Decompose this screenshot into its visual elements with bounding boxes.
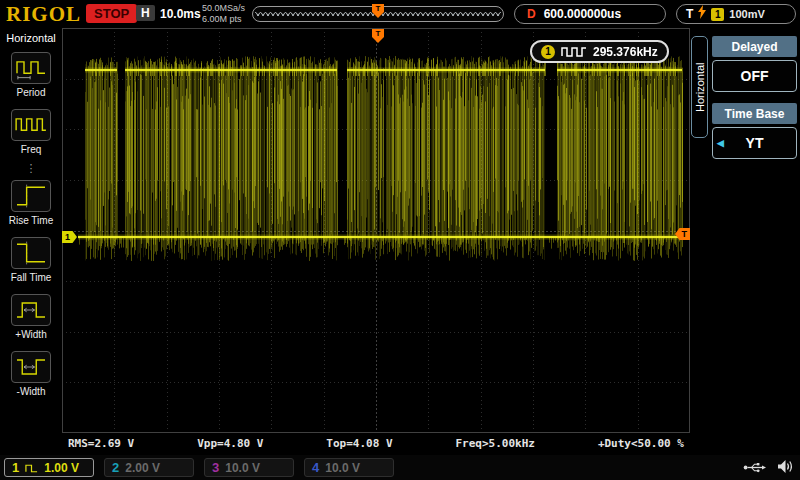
menu-item-label: Rise Time — [9, 215, 53, 226]
oscilloscope-screen: RIGOL STOP H 10.0ms 50.0MSa/s 6.00M pts … — [0, 0, 800, 480]
menu-item-label: +Width — [15, 329, 46, 340]
status-icons — [743, 459, 794, 478]
channel3-number: 3 — [212, 460, 219, 475]
channel2-scale: 2.00 V — [125, 461, 160, 475]
channel2-number: 2 — [112, 460, 119, 475]
delayed-button[interactable]: Delayed OFF — [712, 36, 797, 92]
menu-item-rise-time[interactable]: Rise Time — [9, 180, 53, 226]
menu-item-neg-width[interactable]: -Width — [11, 351, 51, 397]
channel4-box[interactable]: 4 10.0 V — [304, 458, 394, 477]
time-base-value: ◀ YT — [712, 127, 797, 159]
menu-item-pos-width[interactable]: +Width — [11, 294, 51, 340]
menu-item-label: Period — [17, 87, 46, 98]
trigger-readout: T 1 100mV — [676, 4, 796, 24]
measurement-freq: Freq>5.00kHz — [455, 437, 534, 450]
menu-item-period[interactable]: Period — [11, 52, 51, 98]
channel3-box[interactable]: 3 10.0 V — [204, 458, 294, 477]
rise-time-icon — [11, 180, 51, 212]
rigol-logo: RIGOL — [6, 2, 81, 27]
channel1-box[interactable]: 1 1.00 V — [4, 458, 94, 477]
right-menu-tab[interactable]: Horizontal — [691, 36, 708, 138]
trigger-label: T — [686, 7, 693, 21]
time-base-label: Time Base — [712, 103, 797, 124]
left-menu: Horizontal Period Freq ⋮ Rise Time Fall — [0, 28, 62, 455]
menu-item-label: Fall Time — [11, 272, 52, 283]
menu-item-freq[interactable]: Freq — [11, 109, 51, 155]
counter-channel-badge: 1 — [541, 45, 555, 59]
delay-value: 600.000000us — [544, 7, 621, 21]
memory-depth: 6.00M pts — [202, 14, 245, 25]
menu-item-fall-time[interactable]: Fall Time — [11, 237, 52, 283]
measurement-duty: +Duty<50.00 % — [598, 437, 684, 450]
run-state-badge: STOP — [86, 4, 137, 23]
horizontal-label: H — [136, 5, 155, 21]
time-base-value-text: YT — [746, 135, 764, 151]
minus-width-icon — [11, 351, 51, 383]
measurement-rms: RMS=2.69 V — [68, 437, 134, 450]
plus-width-icon — [11, 294, 51, 326]
delay-readout: D 600.000000us — [514, 4, 666, 24]
menu-scroll-indicator: ⋮ — [26, 166, 37, 171]
channel4-scale: 10.0 V — [325, 461, 360, 475]
delayed-label: Delayed — [712, 36, 797, 57]
trigger-edge-icon — [698, 5, 706, 23]
square-wave-icon — [561, 43, 587, 61]
trigger-level-value: 100mV — [729, 8, 764, 20]
fall-time-icon — [11, 237, 51, 269]
measurement-vpp: Vpp=4.80 V — [197, 437, 263, 450]
right-panel: Horizontal Delayed OFF Time Base ◀ YT — [690, 28, 800, 455]
channel1-coupling-icon — [25, 459, 38, 477]
delayed-value: OFF — [712, 60, 797, 92]
counter-value: 295.376kHz — [593, 45, 658, 59]
delay-label: D — [527, 7, 536, 21]
speaker-icon — [777, 459, 794, 478]
acquisition-info: 50.0MSa/s 6.00M pts — [202, 3, 245, 25]
left-menu-title: Horizontal — [6, 32, 56, 44]
sample-rate: 50.0MSa/s — [202, 3, 245, 14]
channel2-box[interactable]: 2 2.00 V — [104, 458, 194, 477]
menu-item-label: -Width — [17, 386, 46, 397]
time-base-button[interactable]: Time Base ◀ YT — [712, 103, 797, 159]
usb-icon — [743, 460, 767, 478]
trigger-source-badge: 1 — [711, 8, 724, 21]
freq-icon — [11, 109, 51, 141]
frequency-counter: 1 295.376kHz — [530, 40, 669, 63]
channel1-scale: 1.00 V — [44, 461, 79, 475]
measurement-top: Top=4.08 V — [326, 437, 392, 450]
menu-item-label: Freq — [21, 144, 42, 155]
waveform-canvas — [62, 28, 690, 433]
timebase-scale: 10.0ms — [160, 7, 201, 21]
channel-status-bar: 1 1.00 V 2 2.00 V 3 10.0 V 4 10.0 V — [0, 455, 800, 480]
period-icon — [11, 52, 51, 84]
left-arrow-icon: ◀ — [717, 138, 724, 148]
right-menu-buttons: Delayed OFF Time Base ◀ YT — [712, 36, 797, 159]
channel4-number: 4 — [312, 460, 319, 475]
graticule-area: 1 295.376kHz T 1 T — [62, 28, 690, 433]
measurement-row: RMS=2.69 V Vpp=4.80 V Top=4.08 V Freq>5.… — [62, 434, 690, 453]
channel3-scale: 10.0 V — [225, 461, 260, 475]
channel1-number: 1 — [12, 460, 19, 475]
